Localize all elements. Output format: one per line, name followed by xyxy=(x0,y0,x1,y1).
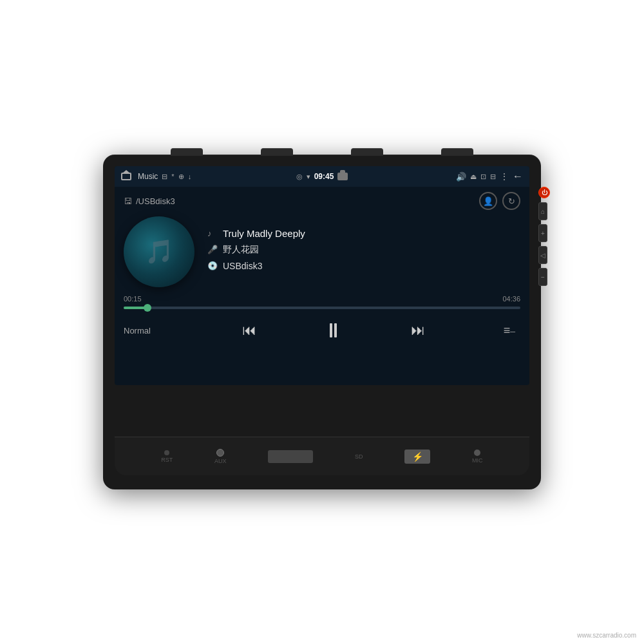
time-display: 09:45 xyxy=(314,172,334,181)
side-buttons: ⏻ ⌂ + ◁ − xyxy=(538,187,550,286)
artist-icon: 🎤 xyxy=(207,245,218,254)
back-nav-icon[interactable]: ← xyxy=(513,171,523,182)
usb-drive-icon: 🖫 xyxy=(124,196,132,206)
pause-bar-2 xyxy=(334,323,337,337)
sd-card-slot xyxy=(268,450,313,463)
current-time: 00:15 xyxy=(124,295,142,303)
app-name-label: Music xyxy=(138,172,158,181)
display-screen[interactable]: Music ⊟ * ⊕ ↓ ◎ ▾ 09:45 xyxy=(115,166,529,385)
rst-group: RST xyxy=(161,450,173,463)
song-title: Truly Madly Deeply xyxy=(223,228,305,239)
controls-bar: Normal ⏮ ⏭ ≡─ xyxy=(124,314,520,344)
screen-icon: ⊡ xyxy=(480,173,486,181)
power-button[interactable]: ⏻ xyxy=(538,187,550,198)
album-figure-icon: 🎵 xyxy=(145,238,174,265)
artist-row: 🎤 野人花园 xyxy=(207,244,520,256)
volume-icon: 🔊 xyxy=(456,172,466,182)
split-icon: ⊟ xyxy=(490,173,496,181)
album-name: USBdisk3 xyxy=(223,261,262,271)
mount-tab-4 xyxy=(441,148,473,156)
location-icon: ◎ xyxy=(296,173,303,181)
android-home-icon[interactable] xyxy=(121,173,131,180)
prev-button[interactable]: ⏮ xyxy=(237,319,261,341)
file-path: 🖫 /USBdisk3 xyxy=(124,196,175,206)
usb-symbol: ⚡ xyxy=(412,451,423,462)
usb-port: ⚡ xyxy=(404,450,430,464)
path-text-label: /USBdisk3 xyxy=(136,196,175,206)
music-app-content: 🖫 /USBdisk3 👤 ↻ 🎵 xyxy=(115,187,529,349)
music-main-area: 🎵 ♪ Truly Madly Deeply 🎤 野人花园 xyxy=(124,216,520,287)
sd-label: SD xyxy=(355,453,363,460)
user-icon[interactable]: 👤 xyxy=(479,192,497,210)
status-bar: Music ⊟ * ⊕ ↓ ◎ ▾ 09:45 xyxy=(115,166,529,187)
status-center: ◎ ▾ 09:45 xyxy=(296,172,348,181)
album-icon: 💿 xyxy=(207,261,218,270)
aux-port xyxy=(216,449,224,457)
home-side-button[interactable]: ⌂ xyxy=(538,202,547,220)
rst-button[interactable] xyxy=(164,450,169,455)
track-info: ♪ Truly Madly Deeply 🎤 野人花园 💿 USBdisk3 xyxy=(207,228,520,276)
more-icon[interactable]: ⋮ xyxy=(500,171,509,182)
total-time: 04:36 xyxy=(502,295,520,303)
car-radio-device: ⏻ ⌂ + ◁ − xyxy=(103,155,541,489)
sd-label-group: SD xyxy=(355,453,363,460)
progress-bar-container[interactable] xyxy=(124,307,520,309)
progress-section: 00:15 04:36 xyxy=(124,287,520,314)
album-row: 💿 USBdisk3 xyxy=(207,261,520,271)
device-lower-panel: RST AUX SD ⚡ MIC xyxy=(115,437,529,475)
artist-name: 野人花园 xyxy=(223,244,259,256)
vol-down-button[interactable]: − xyxy=(538,268,547,286)
eject-icon: ⏏ xyxy=(470,173,477,181)
status-right: 🔊 ⏏ ⊡ ⊟ ⋮ ← xyxy=(352,171,523,182)
bt2-icon: ⊕ xyxy=(178,173,184,181)
bt-icon: * xyxy=(171,173,174,180)
mount-tab-2 xyxy=(261,148,293,156)
wifi-icon: ▾ xyxy=(307,173,310,181)
refresh-icon[interactable]: ↻ xyxy=(502,192,520,210)
play-mode-label[interactable]: Normal xyxy=(124,326,169,336)
mount-tab-3 xyxy=(351,148,383,156)
play-pause-button[interactable] xyxy=(330,323,337,337)
screen-wrapper: Music ⊟ * ⊕ ↓ ◎ ▾ 09:45 xyxy=(115,166,529,437)
camera-status-icon xyxy=(337,173,348,180)
progress-times: 00:15 04:36 xyxy=(124,295,520,303)
mic-group: MIC xyxy=(472,450,483,464)
rst-label: RST xyxy=(161,457,173,463)
vol-up-button[interactable]: + xyxy=(538,224,547,242)
mount-tab-1 xyxy=(171,148,203,156)
aux-group: AUX xyxy=(214,449,227,464)
mic-port xyxy=(474,450,480,456)
path-bar: 🖫 /USBdisk3 👤 ↻ xyxy=(124,192,520,210)
download-icon: ↓ xyxy=(188,173,192,180)
vol-back-button[interactable]: ◁ xyxy=(538,246,547,264)
song-title-row: ♪ Truly Madly Deeply xyxy=(207,228,520,239)
mic-label: MIC xyxy=(472,457,483,464)
pause-bar-1 xyxy=(330,323,332,337)
aux-label: AUX xyxy=(214,458,227,464)
mounting-tabs xyxy=(103,148,541,156)
status-left: Music ⊟ * ⊕ ↓ xyxy=(121,172,292,181)
path-action-icons: 👤 ↻ xyxy=(479,192,520,210)
progress-bar-fill xyxy=(124,307,147,309)
next-button[interactable]: ⏭ xyxy=(406,319,430,341)
playlist-button[interactable]: ≡─ xyxy=(498,321,520,340)
progress-dot xyxy=(144,304,151,312)
music-note-icon: ♪ xyxy=(207,229,218,238)
usb-status-icon: ⊟ xyxy=(162,173,167,181)
brand-watermark: www.szcarradio.com xyxy=(577,632,636,639)
album-art: 🎵 xyxy=(124,216,194,287)
